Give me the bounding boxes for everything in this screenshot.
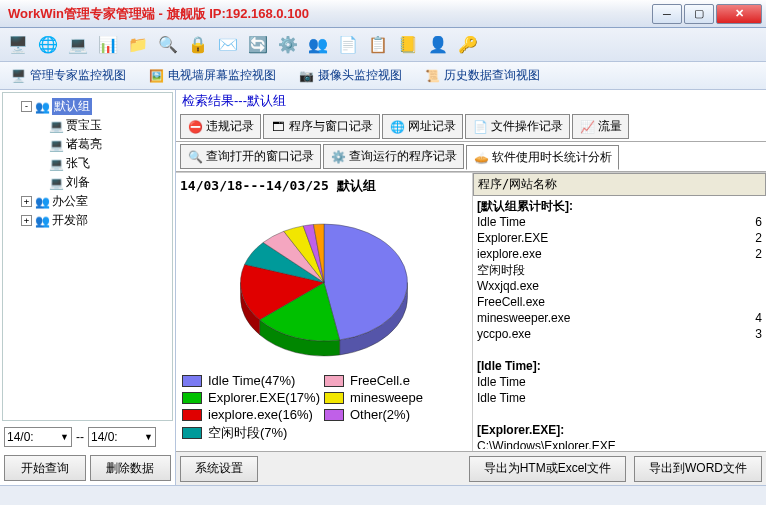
tab-usage-stats[interactable]: 🥧软件使用时长统计分析: [466, 145, 619, 170]
tree-group-office[interactable]: +👥办公室: [21, 192, 168, 211]
export-excel-button[interactable]: 导出为HTM或Excel文件: [469, 456, 626, 482]
folder-icon[interactable]: 📁: [126, 33, 150, 57]
screens-icon[interactable]: 💻: [66, 33, 90, 57]
tree-user[interactable]: 💻诸葛亮: [35, 135, 168, 154]
find-icon[interactable]: 🔍: [156, 33, 180, 57]
globe-icon[interactable]: 🌐: [36, 33, 60, 57]
computer-icon: 💻: [48, 137, 64, 153]
delete-button[interactable]: 删除数据: [90, 455, 172, 481]
tab-url[interactable]: 🌐网址记录: [382, 114, 463, 139]
refresh-icon[interactable]: 🔄: [246, 33, 270, 57]
dropdown-icon: ▼: [60, 432, 69, 442]
date-from[interactable]: 14/0:▼: [4, 427, 72, 447]
close-button[interactable]: [716, 4, 762, 24]
file-icon: 📄: [472, 119, 488, 135]
tree-user[interactable]: 💻贾宝玉: [35, 116, 168, 135]
dropdown-icon: ▼: [144, 432, 153, 442]
report-icon[interactable]: 📋: [366, 33, 390, 57]
grid-icon: 🖼️: [148, 68, 164, 84]
maximize-button[interactable]: [684, 4, 714, 24]
legend-item: 空闲时段(7%): [182, 423, 324, 443]
expand-icon[interactable]: +: [21, 215, 32, 226]
legend-item: iexplore.exe(16%): [182, 406, 324, 423]
legend-item: minesweepe: [324, 389, 466, 406]
chart-column: 14/03/18---14/03/25 默认组 Idle Time(47%)Fr…: [176, 173, 472, 451]
globe-icon: 🌐: [389, 119, 405, 135]
window-icon: 🗔: [270, 119, 286, 135]
forbidden-icon: ⛔: [187, 119, 203, 135]
view-monitor[interactable]: 🖥️管理专家监控视图: [6, 65, 130, 86]
color-swatch: [182, 427, 202, 439]
gear-icon: ⚙️: [330, 149, 346, 165]
tab-row-1: ⛔违规记录 🗔程序与窗口记录 🌐网址记录 📄文件操作记录 📈流量: [176, 112, 766, 142]
key-icon[interactable]: 🔑: [456, 33, 480, 57]
chart-icon[interactable]: 📊: [96, 33, 120, 57]
tree-group-dev[interactable]: +👥开发部: [21, 211, 168, 230]
settings-icon[interactable]: ⚙️: [276, 33, 300, 57]
history-icon: 📜: [424, 68, 440, 84]
chart-header: 14/03/18---14/03/25 默认组: [180, 175, 468, 199]
color-swatch: [182, 392, 202, 404]
doc-icon[interactable]: 📄: [336, 33, 360, 57]
person-icon[interactable]: 👤: [426, 33, 450, 57]
export-word-button[interactable]: 导出到WORD文件: [634, 456, 762, 482]
view-history[interactable]: 📜历史数据查询视图: [420, 65, 544, 86]
tab-window-query[interactable]: 🔍查询打开的窗口记录: [180, 144, 321, 169]
tab-traffic[interactable]: 📈流量: [572, 114, 629, 139]
camera-icon: 📷: [298, 68, 314, 84]
bottom-bar: 系统设置 导出为HTM或Excel文件 导出到WORD文件: [176, 451, 766, 485]
lock-icon[interactable]: 🔒: [186, 33, 210, 57]
left-panel: - 👥 默认组 💻贾宝玉💻诸葛亮💻张飞💻刘备 +👥办公室 +👥开发部 14/0:…: [0, 90, 176, 485]
computer-icon: 💻: [48, 175, 64, 191]
color-swatch: [182, 409, 202, 421]
computer-icon: 💻: [48, 156, 64, 172]
tab-program-query[interactable]: ⚙️查询运行的程序记录: [323, 144, 464, 169]
minimize-button[interactable]: [652, 4, 682, 24]
date-range: 14/0:▼ -- 14/0:▼: [0, 423, 175, 451]
list-header: 程序/网站名称: [473, 173, 766, 196]
date-to[interactable]: 14/0:▼: [88, 427, 156, 447]
piechart-icon: 🥧: [473, 150, 489, 166]
search-result-label: 检索结果---默认组: [176, 90, 766, 112]
list-body[interactable]: [默认组累计时长]:Idle TimeExplorer.EXEiexplore.…: [477, 198, 744, 449]
notebook-icon[interactable]: 📒: [396, 33, 420, 57]
chart-legend: Idle Time(47%)FreeCell.eExplorer.EXE(17%…: [180, 366, 468, 449]
expand-icon[interactable]: +: [21, 196, 32, 207]
color-swatch: [324, 409, 344, 421]
view-tvwall[interactable]: 🖼️电视墙屏幕监控视图: [144, 65, 280, 86]
mail-icon[interactable]: ✉️: [216, 33, 240, 57]
legend-item: Explorer.EXE(17%): [182, 389, 324, 406]
computer-icon: 💻: [48, 118, 64, 134]
query-button[interactable]: 开始查询: [4, 455, 86, 481]
tab-fileop[interactable]: 📄文件操作记录: [465, 114, 570, 139]
window-title: WorkWin管理专家管理端 - 旗舰版 IP:192.168.0.100: [4, 5, 652, 23]
color-swatch: [182, 375, 202, 387]
right-panel: 检索结果---默认组 ⛔违规记录 🗔程序与窗口记录 🌐网址记录 📄文件操作记录 …: [176, 90, 766, 485]
search-icon: 🔍: [187, 149, 203, 165]
group-icon: 👥: [34, 99, 50, 115]
legend-item: Other(2%): [324, 406, 466, 423]
tree-user[interactable]: 💻张飞: [35, 154, 168, 173]
tab-program-window[interactable]: 🗔程序与窗口记录: [263, 114, 380, 139]
users-icon[interactable]: 👥: [306, 33, 330, 57]
title-bar: WorkWin管理专家管理端 - 旗舰版 IP:192.168.0.100: [0, 0, 766, 28]
group-tree[interactable]: - 👥 默认组 💻贾宝玉💻诸葛亮💻张飞💻刘备 +👥办公室 +👥开发部: [2, 92, 173, 421]
traffic-icon: 📈: [579, 119, 595, 135]
tab-violation[interactable]: ⛔违规记录: [180, 114, 261, 139]
main-toolbar: 🖥️ 🌐 💻 📊 📁 🔍 🔒 ✉️ 🔄 ⚙️ 👥 📄 📋 📒 👤 🔑: [0, 28, 766, 62]
status-bar: [0, 485, 766, 505]
group-icon: 👥: [34, 213, 50, 229]
monitor-icon[interactable]: 🖥️: [6, 33, 30, 57]
tree-user[interactable]: 💻刘备: [35, 173, 168, 192]
legend-item: FreeCell.e: [324, 372, 466, 389]
tree-root[interactable]: - 👥 默认组: [21, 97, 168, 116]
collapse-icon[interactable]: -: [21, 101, 32, 112]
legend-item: Idle Time(47%): [182, 372, 324, 389]
settings-button[interactable]: 系统设置: [180, 456, 258, 482]
group-icon: 👥: [34, 194, 50, 210]
view-camera[interactable]: 📷摄像头监控视图: [294, 65, 406, 86]
view-bar: 🖥️管理专家监控视图 🖼️电视墙屏幕监控视图 📷摄像头监控视图 📜历史数据查询视…: [0, 62, 766, 90]
tab-row-2: 🔍查询打开的窗口记录 ⚙️查询运行的程序记录 🥧软件使用时长统计分析: [176, 142, 766, 172]
list-values: 622 43: [744, 198, 762, 449]
pie-chart: [214, 199, 434, 366]
